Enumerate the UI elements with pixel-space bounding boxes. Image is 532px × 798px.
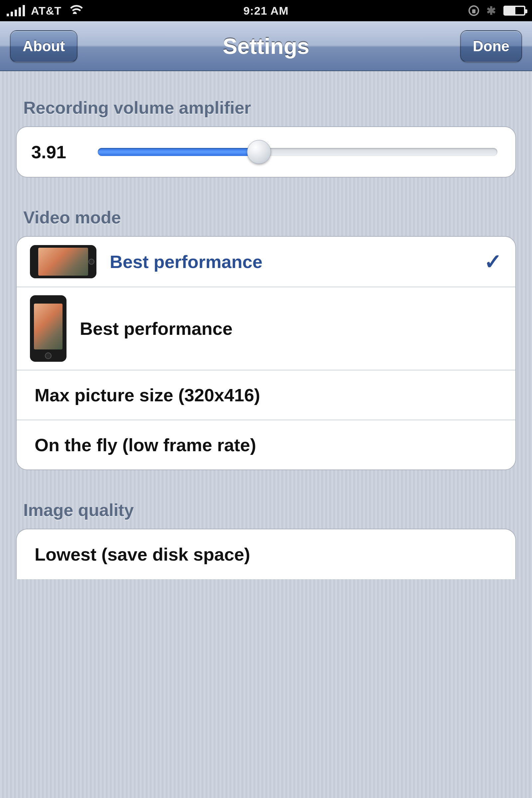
section-header-amplifier: Recording volume amplifier [0, 88, 532, 126]
clock-label: 9:21 AM [243, 4, 289, 17]
option-label: Max picture size (320x416) [35, 385, 502, 405]
wifi-icon [68, 5, 82, 16]
rotation-lock-icon [469, 5, 479, 16]
settings-scroll-view[interactable]: Recording volume amplifier 3.91 Video mo… [0, 71, 532, 798]
done-button[interactable]: Done [460, 30, 522, 62]
video-mode-option-max-size[interactable]: Max picture size (320x416) [17, 370, 515, 420]
carrier-label: AT&T [31, 4, 61, 17]
slider-fill [98, 148, 259, 156]
option-label: Lowest (save disk space) [35, 544, 502, 565]
page-title: Settings [0, 34, 532, 59]
video-mode-option-on-the-fly[interactable]: On the fly (low frame rate) [17, 420, 515, 470]
about-button[interactable]: About [10, 30, 77, 62]
video-mode-option-landscape[interactable]: Best performance ✓ [17, 237, 515, 287]
navigation-bar: About Settings Done [0, 21, 532, 71]
option-label: Best performance [110, 251, 471, 272]
checkmark-icon: ✓ [484, 249, 502, 274]
amplifier-slider[interactable] [98, 147, 501, 157]
section-header-image-quality: Image quality [0, 490, 532, 529]
video-mode-option-portrait[interactable]: Best performance [17, 287, 515, 370]
bluetooth-icon: ✱ [487, 4, 496, 17]
signal-strength-icon [7, 5, 25, 16]
amplifier-value-label: 3.91 [31, 141, 81, 162]
status-bar: AT&T 9:21 AM ✱ [0, 0, 532, 21]
device-landscape-icon [30, 245, 96, 278]
group-image-quality: Lowest (save disk space) [16, 529, 516, 579]
battery-icon [504, 6, 525, 16]
amplifier-row: 3.91 [17, 127, 515, 177]
slider-thumb-icon[interactable] [247, 140, 271, 164]
image-quality-option-lowest[interactable]: Lowest (save disk space) [17, 529, 515, 579]
group-amplifier: 3.91 [16, 126, 516, 177]
device-portrait-icon [30, 295, 66, 362]
section-header-video-mode: Video mode [0, 197, 532, 236]
option-label: On the fly (low frame rate) [35, 435, 502, 455]
option-label: Best performance [80, 318, 502, 339]
group-video-mode: Best performance ✓ Best performance Max … [16, 236, 516, 470]
